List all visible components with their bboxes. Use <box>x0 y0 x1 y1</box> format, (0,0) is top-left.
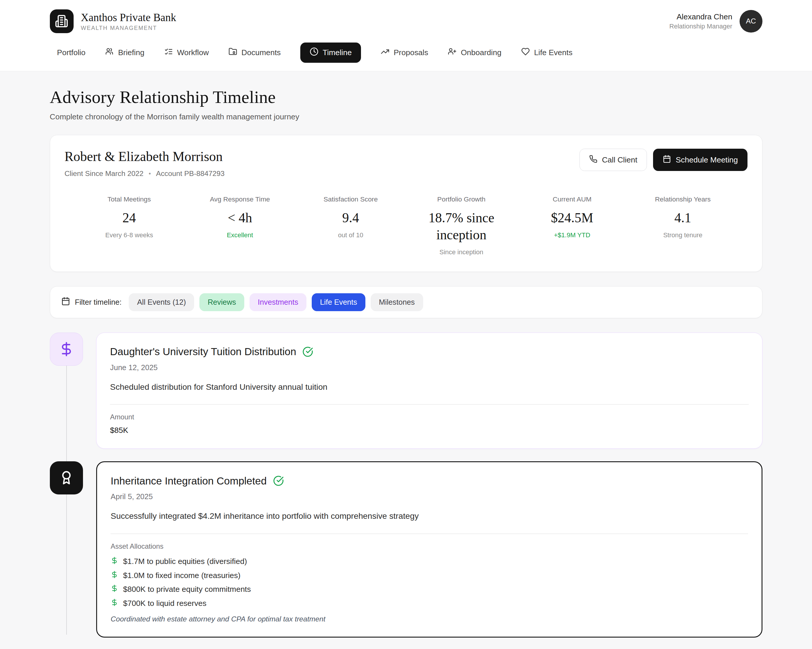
allocation-text: $700K to liquid reserves <box>123 599 206 608</box>
filter-pill-all-events[interactable]: All Events (12) <box>129 293 194 311</box>
dollar-sign-icon <box>111 571 118 580</box>
stat-sub: +$1.9M YTD <box>522 231 622 239</box>
nav-item-documents[interactable]: Documents <box>229 43 281 63</box>
stat-value: < 4h <box>190 209 290 226</box>
trending-up-icon <box>381 47 389 58</box>
schedule-meeting-button[interactable]: Schedule Meeting <box>653 149 748 171</box>
stat-sub: Excellent <box>190 231 290 239</box>
main-content: Advisory Relationship Timeline Complete … <box>50 71 762 649</box>
filter-label-text: Filter timeline: <box>75 298 121 307</box>
stat-label: Avg Response Time <box>190 195 290 203</box>
client-meta: Client Since March 2022 • Account PB-884… <box>64 170 224 178</box>
stat-sub: Strong tenure <box>632 231 733 239</box>
stat-satisfaction-score: Satisfaction Score 9.4 out of 10 <box>301 195 401 256</box>
timeline-event-tuition: Daughter's University Tuition Distributi… <box>50 333 762 449</box>
call-client-button[interactable]: Call Client <box>580 149 647 171</box>
client-since: Client Since March 2022 <box>64 170 143 178</box>
event-date: June 12, 2025 <box>110 363 748 372</box>
schedule-meeting-label: Schedule Meeting <box>676 156 738 165</box>
calendar-icon <box>61 297 70 307</box>
stat-value: 9.4 <box>301 209 401 226</box>
stat-avg-response-time: Avg Response Time < 4h Excellent <box>190 195 290 256</box>
nav-label: Life Events <box>534 48 572 57</box>
clock-icon <box>310 47 319 58</box>
divider <box>111 533 748 534</box>
stat-label: Relationship Years <box>632 195 733 203</box>
stat-label: Current AUM <box>522 195 622 203</box>
nav-item-life-events[interactable]: Life Events <box>521 43 572 63</box>
phone-icon <box>589 155 597 165</box>
nav-item-portfolio[interactable]: Portfolio <box>57 43 85 62</box>
allocation-text: $800K to private equity commitments <box>123 585 251 594</box>
stat-label: Satisfaction Score <box>301 195 401 203</box>
nav-item-proposals[interactable]: Proposals <box>381 43 428 63</box>
filter-pill-reviews[interactable]: Reviews <box>199 293 244 311</box>
nav-item-timeline[interactable]: Timeline <box>300 43 361 63</box>
stat-sub: Every 6-8 weeks <box>79 231 179 239</box>
stat-current-aum: Current AUM $24.5M +$1.9M YTD <box>522 195 622 256</box>
filter-pill-investments[interactable]: Investments <box>250 293 307 311</box>
amount-value: $85K <box>110 426 748 435</box>
allocation-item: $700K to liquid reserves <box>111 599 748 608</box>
event-title: Inheritance Integration Completed <box>111 475 267 487</box>
event-note: Coordinated with estate attorney and CPA… <box>111 615 748 623</box>
dollar-sign-icon <box>111 585 118 594</box>
stat-portfolio-growth: Portfolio Growth 18.7% since inception S… <box>411 195 511 256</box>
timeline: Daughter's University Tuition Distributi… <box>50 333 762 638</box>
calendar-icon <box>663 155 671 165</box>
dollar-sign-icon <box>111 557 118 566</box>
asset-allocations-label: Asset Allocations <box>111 542 748 550</box>
stat-label: Total Meetings <box>79 195 179 203</box>
filter-pill-life-events[interactable]: Life Events <box>312 293 365 311</box>
divider <box>110 404 748 405</box>
brand-name: Xanthos Private Bank <box>81 11 176 24</box>
client-name: Robert & Elizabeth Morrison <box>64 149 224 164</box>
user-role: Relationship Manager <box>670 23 733 30</box>
brand-tagline: WEALTH MANAGEMENT <box>81 24 176 31</box>
list-checks-icon <box>164 47 173 58</box>
filter-pill-milestones[interactable]: Milestones <box>371 293 423 311</box>
user-plus-icon <box>448 47 456 58</box>
user-name: Alexandra Chen <box>670 12 733 21</box>
nav-item-onboarding[interactable]: Onboarding <box>448 43 501 63</box>
filter-label: Filter timeline: <box>61 297 121 307</box>
event-date: April 5, 2025 <box>111 492 748 501</box>
page-title: Advisory Relationship Timeline <box>50 87 762 107</box>
filter-pills: All Events (12) Reviews Investments Life… <box>129 293 423 311</box>
stat-value: 4.1 <box>632 209 733 226</box>
nav-item-workflow[interactable]: Workflow <box>164 43 209 63</box>
award-icon <box>50 461 83 495</box>
client-account: Account PB-8847293 <box>156 170 224 178</box>
stat-label: Portfolio Growth <box>411 195 511 203</box>
event-description: Successfully integrated $4.2M inheritanc… <box>111 511 748 521</box>
avatar[interactable]: AC <box>740 10 762 33</box>
stat-relationship-years: Relationship Years 4.1 Strong tenure <box>632 195 733 256</box>
timeline-event-inheritance: Inheritance Integration Completed April … <box>50 461 762 638</box>
check-circle-icon <box>273 475 284 486</box>
nav-label: Briefing <box>118 48 145 57</box>
timeline-filter-bar: Filter timeline: All Events (12) Reviews… <box>50 286 762 318</box>
nav-item-briefing[interactable]: Briefing <box>105 43 145 63</box>
page-subtitle: Complete chronology of the Morrison fami… <box>50 112 762 121</box>
client-summary-card: Robert & Elizabeth Morrison Client Since… <box>50 135 762 272</box>
stat-sub: Since inception <box>411 248 511 256</box>
allocation-text: $1.0M to fixed income (treasuries) <box>123 571 240 580</box>
nav-label: Portfolio <box>57 48 85 57</box>
main-nav: Portfolio Briefing Workflow Documents Ti… <box>50 43 762 63</box>
asset-allocations-list: $1.7M to public equities (diversified) $… <box>111 557 748 608</box>
check-circle-icon <box>302 347 313 357</box>
event-description: Scheduled distribution for Stanford Univ… <box>110 382 748 392</box>
stat-value: 18.7% since inception <box>411 209 511 243</box>
event-title: Daughter's University Tuition Distributi… <box>110 346 296 357</box>
event-card: Inheritance Integration Completed April … <box>96 461 762 638</box>
allocation-item: $1.7M to public equities (diversified) <box>111 557 748 566</box>
call-client-label: Call Client <box>602 156 638 165</box>
amount-label: Amount <box>110 413 748 421</box>
app-root: Xanthos Private Bank WEALTH MANAGEMENT A… <box>0 0 812 649</box>
dollar-sign-icon <box>111 599 118 608</box>
meta-separator: • <box>149 170 151 177</box>
dollar-sign-icon <box>50 333 83 366</box>
heart-icon <box>521 47 530 58</box>
app-header: Xanthos Private Bank WEALTH MANAGEMENT A… <box>0 0 812 71</box>
nav-label: Proposals <box>394 48 428 57</box>
